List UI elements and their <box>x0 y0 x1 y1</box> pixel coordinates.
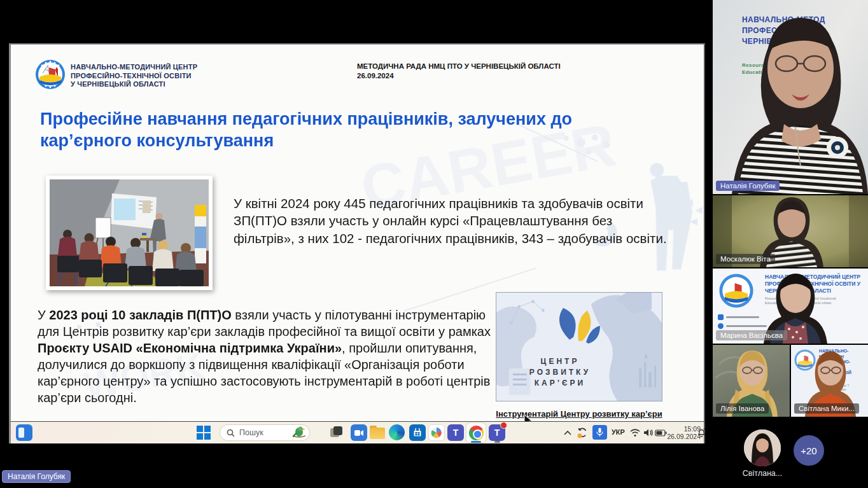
org-name-block: НАВЧАЛЬНО-МЕТОДИЧНИЙ ЦЕНТР ПРОФЕСІЙНО-ТЕ… <box>71 63 197 89</box>
participants-strip: НАВЧАЛЬНО-МЕТОД ПРОФЕСІЙНО-ТЕХНІ ЧЕРНІВ.… <box>713 0 868 488</box>
speaker-icon[interactable] <box>643 422 654 443</box>
tray-sync-icon[interactable] <box>576 422 589 443</box>
participant-name-label: Світлана Мики... <box>794 403 859 414</box>
screen-share-area: CAREER WORK JOB <box>9 43 705 443</box>
meeting-header-line: МЕТОДИЧНА РАДА НМЦ ПТО У ЧЕРНІВЕЦЬКІЙ ОБ… <box>357 62 561 71</box>
training-session-photo <box>46 176 213 290</box>
start-button[interactable] <box>197 426 211 440</box>
tray-chevron-icon[interactable] <box>563 422 572 443</box>
video-tile-svitlana-m[interactable]: НАВЧАЛЬНО-МЕТОДИЧН ПРОФЕСІЙНО-ТЕХНІЧНО Ч… <box>791 345 868 417</box>
nmc-org-logo <box>35 59 66 90</box>
slide-title: Професійне навчання педагогічних працівн… <box>40 108 575 151</box>
org-name-line2: ПРОФЕСІЙНО-ТЕХНІЧНОЇ ОСВІТИ <box>71 72 197 81</box>
taskbar-clock[interactable]: 15:09 26.09.2024 <box>665 425 701 440</box>
slide-paragraph-2: У 2023 році 10 закладів П(ПТ)О взяли уча… <box>38 307 501 406</box>
slide-paragraph-1: У квітні 2024 року 445 педагогічних прац… <box>234 195 675 247</box>
edge-browser-icon[interactable] <box>389 424 405 440</box>
search-placeholder: Пошук <box>239 428 291 437</box>
microsoft-store-icon[interactable] <box>409 424 426 441</box>
career-logo-leaves <box>557 307 601 347</box>
video-tile-lilia[interactable]: Лілія Іванова <box>713 345 790 417</box>
participants-overflow-zone: Світлана... +20 <box>713 418 868 488</box>
active-speaker-label: Наталія Голубяк <box>2 470 71 483</box>
career-toolkit-link[interactable]: Інструментарій Центру розвитку кар’єри <box>496 409 662 419</box>
wifi-icon[interactable] <box>629 422 641 443</box>
window-app-icon[interactable] <box>16 424 32 441</box>
chrome-icon-active[interactable] <box>466 423 486 442</box>
video-tile-moskaliuk[interactable]: Москалюк Віта <box>713 195 868 267</box>
career-center-logo-card: ЦЕНТР РОЗВИТКУ КАР’ЄРИ <box>496 292 662 401</box>
career-logo-line1: ЦЕНТР <box>496 356 624 367</box>
more-participants-badge[interactable]: +20 <box>794 435 824 466</box>
clock-date: 26.09.2024 <box>665 433 701 440</box>
org-name-line3: У ЧЕРНІВЕЦЬКІЙ ОБЛАСТІ <box>71 80 197 89</box>
photos-app-icon[interactable] <box>428 424 445 441</box>
clock-time: 15:09 <box>665 425 701 433</box>
search-icon <box>227 429 235 437</box>
chat-icon[interactable] <box>351 424 367 441</box>
video-tile-maryna[interactable]: НАВЧАЛЬНО-МЕТОДИЧНИЙ ЦЕНТР ПРОФЕСІЙНО-ТЕ… <box>713 268 868 344</box>
meeting-header-block: МЕТОДИЧНА РАДА НМЦ ПТО У ЧЕРНІВЕЦЬКІЙ ОБ… <box>357 62 561 81</box>
chrome-active-indicator <box>471 441 481 443</box>
org-name-line1: НАВЧАЛЬНО-МЕТОДИЧНИЙ ЦЕНТР <box>71 63 197 72</box>
teams-icon[interactable]: T <box>447 424 464 441</box>
windows-taskbar: Пошук <box>11 422 704 443</box>
presentation-slide: CAREER WORK JOB <box>11 45 704 423</box>
notification-bell-icon[interactable] <box>697 422 706 443</box>
video-tile-natalia[interactable]: НАВЧАЛЬНО-МЕТОД ПРОФЕСІЙНО-ТЕХНІ ЧЕРНІВ.… <box>713 0 868 194</box>
taskbar-search[interactable]: Пошук <box>220 424 310 441</box>
participant-video-person <box>713 0 868 194</box>
career-logo-line3: КАР’ЄРИ <box>496 378 624 389</box>
teams-notification-icon[interactable]: T <box>489 424 505 441</box>
task-view-icon[interactable] <box>330 426 343 439</box>
file-explorer-icon[interactable] <box>370 426 385 440</box>
overflow-participant-name: Світлана... <box>722 469 803 478</box>
career-logo-wordmark: ЦЕНТР РОЗВИТКУ КАР’ЄРИ <box>496 356 624 389</box>
participant-name-label: Наталія Голубяк <box>716 181 780 191</box>
language-indicator[interactable]: УКР <box>612 428 625 436</box>
participant-name-label: Москалюк Віта <box>716 254 775 264</box>
participant-name-label: Марина Васільєва <box>716 330 787 340</box>
participant-name-label: Лілія Іванова <box>716 403 769 414</box>
meeting-date: 26.09.2024 <box>357 71 561 81</box>
zoom-meeting-window: CAREER WORK JOB <box>0 0 868 488</box>
teams-open-indicator <box>494 441 500 443</box>
search-highlight-bird-icon <box>291 426 307 440</box>
career-logo-line2: РОЗВИТКУ <box>496 367 624 378</box>
active-microphone-indicator[interactable] <box>592 425 607 440</box>
notification-badge <box>500 422 507 429</box>
avatar[interactable] <box>744 429 781 466</box>
